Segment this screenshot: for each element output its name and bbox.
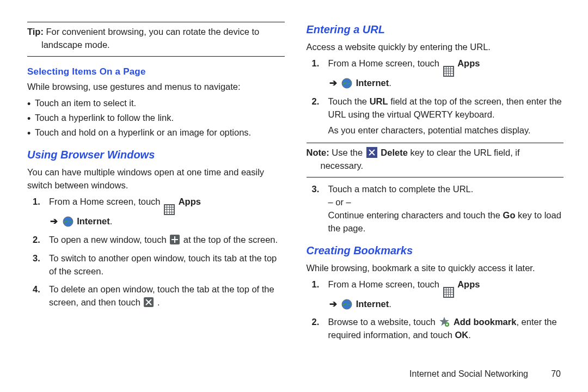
browser-windows-steps: 1. From a Home screen, touch Apps ➔ Inte…	[27, 195, 285, 309]
arrow-icon: ➔	[329, 298, 337, 311]
period: .	[389, 78, 391, 88]
apps-label: Apps	[457, 279, 480, 289]
right-column: Entering a URL Access a website quickly …	[307, 22, 564, 376]
bookmarks-intro: While browsing, bookmark a site to quick…	[307, 262, 564, 275]
heading-entering-url: Entering a URL	[307, 22, 564, 38]
internet-globe-icon	[341, 78, 352, 89]
tip-label: Tip:	[27, 27, 44, 36]
selecting-intro: While browsing, use gestures and menus t…	[27, 81, 285, 94]
heading-using-browser-windows: Using Browser Windows	[27, 147, 285, 163]
step-text: Touch the	[328, 96, 370, 106]
bookmarks-steps: 1. From a Home screen, touch Apps ➔ Inte…	[307, 278, 564, 342]
list-item: Touch and hold on a hyperlink or an imag…	[27, 126, 285, 139]
step-text: From a Home screen, touch	[328, 279, 442, 289]
list-item: Touch a hyperlink to follow the link.	[27, 112, 285, 125]
delete-label: Delete	[381, 148, 408, 157]
tip-block: Tip: For convenient browsing, you can ro…	[27, 26, 285, 52]
apps-icon	[164, 204, 175, 215]
step-4: 4. To delete an open window, touch the t…	[27, 283, 285, 309]
tip-text-1: For convenient browsing, you can rotate …	[44, 27, 259, 36]
manual-page: Tip: For convenient browsing, you can ro…	[0, 0, 588, 392]
note-text-3: necessary.	[307, 160, 564, 173]
url-label: URL	[370, 96, 388, 106]
close-icon	[144, 297, 154, 307]
delete-key-icon	[366, 147, 377, 158]
step-text: To delete an open window, touch the tab …	[49, 284, 274, 307]
arrow-icon: ➔	[50, 215, 58, 228]
list-item: Touch an item to select it.	[27, 97, 285, 110]
internet-label: Internet	[77, 216, 110, 226]
ok-label: OK	[455, 330, 468, 340]
note-block: Note: Use the Delete key to clear the UR…	[307, 146, 564, 173]
page-footer: Internet and Social Networking 70	[409, 369, 561, 379]
step-text: at the top of the screen.	[183, 235, 278, 244]
page-number: 70	[544, 369, 561, 379]
apps-label: Apps	[179, 197, 201, 206]
plus-icon	[170, 235, 180, 244]
step-3: 3. To switch to another open window, tou…	[27, 252, 285, 278]
step-1: 1. From a Home screen, touch Apps ➔ Inte…	[307, 57, 564, 90]
selecting-bullets: Touch an item to select it. Touch a hype…	[27, 97, 285, 139]
apps-label: Apps	[457, 58, 480, 68]
step-text: To switch to another open window, touch …	[49, 253, 277, 276]
entering-url-intro: Access a website quickly by entering the…	[307, 41, 564, 54]
entering-url-steps-cont: 3. Touch a match to complete the URL. – …	[307, 183, 564, 235]
apps-icon	[443, 66, 454, 77]
go-key-label: Go	[503, 210, 516, 220]
step-text: Touch a match to complete the URL.	[328, 184, 474, 194]
rule-before-note	[307, 143, 564, 143]
period: .	[110, 216, 113, 226]
step-2: 2. Browse to a website, touch Add bookma…	[307, 316, 564, 342]
step-2: 2. Touch the URL field at the top of the…	[307, 95, 564, 138]
subheading-selecting-items: Selecting Items On a Page	[27, 65, 285, 79]
step-text: Browse to a website, touch	[328, 317, 438, 327]
browser-windows-intro: You can have multiple windows open at on…	[27, 166, 285, 192]
internet-label: Internet	[356, 78, 389, 88]
arrow-icon: ➔	[329, 77, 337, 90]
add-bookmark-label: Add bookmark	[454, 317, 517, 327]
step-text: .	[157, 297, 160, 307]
internet-globe-icon	[341, 299, 352, 310]
rule-after-note	[307, 177, 564, 177]
add-bookmark-star-icon	[439, 316, 450, 327]
step-text: .	[468, 330, 471, 340]
step-text: To open a new window, touch	[49, 235, 169, 244]
note-text-1: Use the	[329, 148, 365, 157]
left-column: Tip: For convenient browsing, you can ro…	[27, 22, 285, 376]
or-divider: – or –	[328, 197, 351, 207]
rule-after-tip	[27, 56, 285, 57]
step-3: 3. Touch a match to complete the URL. – …	[307, 183, 564, 235]
note-text-2: key to clear the URL field, if	[408, 148, 520, 157]
step-text: As you enter characters, potential match…	[328, 125, 531, 135]
rule-top-left	[27, 22, 285, 22]
entering-url-steps: 1. From a Home screen, touch Apps ➔ Inte…	[307, 57, 564, 137]
step-1: 1. From a Home screen, touch Apps ➔ Inte…	[307, 278, 564, 311]
footer-title: Internet and Social Networking	[409, 369, 528, 379]
apps-icon	[443, 287, 454, 298]
heading-creating-bookmarks: Creating Bookmarks	[307, 243, 564, 259]
step-text: From a Home screen, touch	[49, 197, 163, 206]
note-label: Note:	[307, 148, 329, 157]
tip-text-2: landscape mode.	[27, 39, 285, 52]
step-text: From a Home screen, touch	[328, 58, 442, 68]
step-text: Continue entering characters and touch t…	[328, 210, 503, 220]
step-2: 2. To open a new window, touch at the to…	[27, 234, 285, 247]
internet-label: Internet	[356, 299, 389, 309]
period: .	[389, 299, 391, 309]
internet-globe-icon	[63, 216, 74, 227]
step-1: 1. From a Home screen, touch Apps ➔ Inte…	[27, 195, 285, 228]
